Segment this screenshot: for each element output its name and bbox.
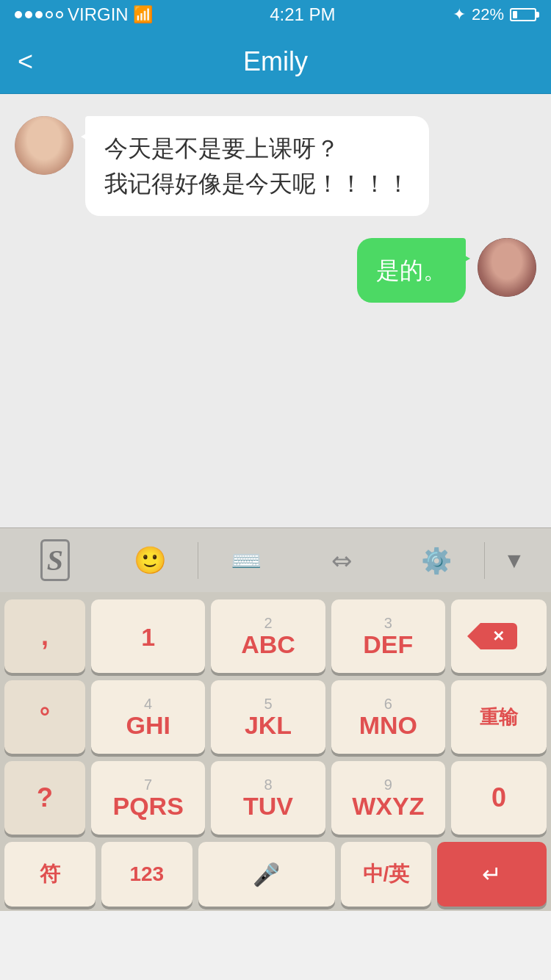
- key-comma[interactable]: ,: [4, 599, 85, 673]
- key-wxyz[interactable]: 9 WXYZ: [331, 761, 445, 835]
- dot5: [56, 11, 63, 18]
- chat-area: 今天是不是要上课呀？我记得好像是今天呢！！！！ 是的。: [0, 94, 551, 527]
- key-question[interactable]: ?: [4, 761, 85, 835]
- key-jkl-num: 5: [264, 696, 272, 711]
- key-chongsu[interactable]: 重输: [451, 680, 547, 754]
- key-question-label: ?: [37, 782, 53, 813]
- key-enter[interactable]: ↵: [437, 842, 547, 907]
- keyboard-toolbar: S 🙂 ⌨️ ⇔ ⚙️ ▼: [0, 527, 551, 592]
- toolbar-swype-icon[interactable]: S: [7, 528, 103, 592]
- key-zhong-ying[interactable]: 中/英: [341, 842, 432, 907]
- message-text-incoming: 今天是不是要上课呀？我记得好像是今天呢！！！！: [104, 135, 410, 197]
- keyboard-icon: ⌨️: [231, 546, 262, 575]
- key-mno-main: MNO: [359, 713, 417, 738]
- emoji-icon: 🙂: [134, 545, 167, 576]
- wifi-icon: 📶: [133, 5, 153, 24]
- key-def-num: 3: [384, 616, 392, 630]
- toolbar-keyboard-icon[interactable]: ⌨️: [198, 528, 294, 592]
- delete-shape: ✕: [480, 623, 517, 649]
- toolbar-cursor-icon[interactable]: ⇔: [294, 528, 389, 592]
- nav-bar: < Emily: [0, 29, 551, 94]
- avatar-incoming: [15, 116, 73, 175]
- key-pqrs[interactable]: 7 PQRS: [91, 761, 205, 835]
- key-chongsu-main: 重输: [480, 705, 518, 730]
- hide-keyboard-icon: ▼: [503, 548, 525, 573]
- key-degree-label: °: [40, 702, 50, 732]
- key-ghi-main: GHI: [126, 713, 170, 738]
- battery-body: [510, 8, 536, 21]
- dot2: [25, 11, 32, 18]
- message-text-outgoing: 是的。: [376, 257, 447, 284]
- keyboard-row-1: , 1 2 ABC 3 DEF ✕: [4, 599, 547, 673]
- bluetooth-icon: ✦: [453, 5, 466, 24]
- key-jkl-main: JKL: [245, 713, 292, 738]
- mic-icon: 🎤: [253, 862, 280, 887]
- key-tuv-num: 8: [264, 777, 272, 792]
- keyboard-row-3: ? 7 PQRS 8 TUV 9 WXYZ 0: [4, 761, 547, 835]
- key-def[interactable]: 3 DEF: [331, 599, 445, 673]
- key-pqrs-num: 7: [144, 777, 152, 792]
- dot4: [46, 11, 53, 18]
- key-tuv-main: TUV: [243, 793, 293, 818]
- battery-icon: [510, 8, 536, 21]
- bubble-outgoing: 是的。: [357, 238, 466, 303]
- toolbar-emoji-icon[interactable]: 🙂: [103, 528, 198, 592]
- keyboard: , 1 2 ABC 3 DEF ✕ ° 4 GHI 5 JKL: [0, 592, 551, 911]
- status-time: 4:21 PM: [270, 4, 335, 25]
- key-tuv[interactable]: 8 TUV: [211, 761, 325, 835]
- key-ghi-num: 4: [144, 696, 152, 711]
- avatar-outgoing: [478, 238, 536, 297]
- bubble-incoming: 今天是不是要上课呀？我记得好像是今天呢！！！！: [85, 116, 429, 216]
- key-fu-main: 符: [40, 860, 60, 888]
- key-mno-num: 6: [384, 696, 392, 711]
- battery-fill: [513, 11, 517, 18]
- key-pqrs-main: PQRS: [112, 793, 183, 818]
- key-abc-main: ABC: [241, 632, 295, 657]
- message-row-incoming: 今天是不是要上课呀？我记得好像是今天呢！！！！: [15, 116, 536, 216]
- key-jkl[interactable]: 5 JKL: [211, 680, 325, 754]
- message-row-outgoing: 是的。: [15, 238, 536, 303]
- cursor-icon: ⇔: [331, 546, 352, 575]
- key-zhong-ying-main: 中/英: [363, 860, 410, 888]
- key-1-main: 1: [141, 624, 155, 649]
- keyboard-row-4: 符 123 🎤 中/英 ↵: [4, 842, 547, 907]
- status-right: ✦ 22%: [453, 5, 536, 24]
- key-abc[interactable]: 2 ABC: [211, 599, 325, 673]
- nav-title: Emily: [243, 46, 308, 77]
- key-wxyz-main: WXYZ: [352, 793, 424, 818]
- key-def-main: DEF: [363, 632, 413, 657]
- toolbar-settings-icon[interactable]: ⚙️: [389, 528, 484, 592]
- avatar-face: [15, 116, 73, 175]
- key-wxyz-num: 9: [384, 777, 392, 792]
- back-button[interactable]: <: [18, 46, 33, 77]
- key-fu[interactable]: 符: [4, 842, 96, 907]
- carrier-label: VIRGIN: [68, 4, 129, 25]
- key-mno[interactable]: 6 MNO: [331, 680, 445, 754]
- signal-dots: [15, 11, 63, 18]
- dot1: [15, 11, 22, 18]
- key-enter-arrow: ↵: [482, 860, 502, 888]
- battery-percent: 22%: [472, 5, 504, 24]
- avatar-face-out: [478, 238, 536, 297]
- toolbar-hide-icon[interactable]: ▼: [485, 528, 544, 592]
- dot3: [35, 11, 43, 18]
- key-abc-num: 2: [264, 616, 272, 630]
- key-zero-main: 0: [491, 782, 506, 813]
- status-left: VIRGIN 📶: [15, 4, 153, 25]
- key-comma-label: ,: [41, 621, 48, 652]
- key-1[interactable]: 1: [91, 599, 205, 673]
- delete-x: ✕: [492, 627, 505, 645]
- swype-icon: S: [40, 539, 70, 581]
- key-degree[interactable]: °: [4, 680, 85, 754]
- settings-icon: ⚙️: [421, 546, 452, 575]
- key-123-main: 123: [129, 862, 164, 886]
- status-bar: VIRGIN 📶 4:21 PM ✦ 22%: [0, 0, 551, 29]
- key-ghi[interactable]: 4 GHI: [91, 680, 205, 754]
- key-mic[interactable]: 🎤: [198, 842, 335, 907]
- key-zero[interactable]: 0: [451, 761, 547, 835]
- key-123[interactable]: 123: [101, 842, 192, 907]
- keyboard-row-2: ° 4 GHI 5 JKL 6 MNO 重输: [4, 680, 547, 754]
- key-delete[interactable]: ✕: [451, 599, 547, 673]
